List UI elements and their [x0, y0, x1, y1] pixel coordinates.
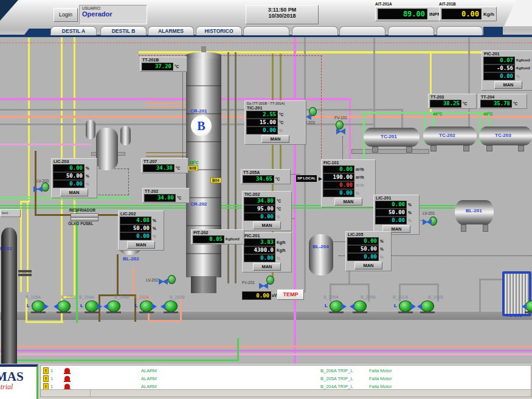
led-pv: 3.83 — [244, 238, 275, 246]
pump-b205a[interactable] — [330, 300, 343, 312]
pump-b204b[interactable] — [107, 300, 120, 312]
clock-date: 10/30/2018 — [246, 13, 318, 19]
reflux-drum[interactable] — [96, 128, 118, 170]
valve-fv201[interactable] — [259, 283, 268, 289]
man-button[interactable]: MAN — [261, 135, 289, 143]
ait201b-tag: AIT-201B — [439, 2, 497, 6]
pump-b105b[interactable] — [57, 300, 71, 312]
vessel-bl202-tag: BL-202 — [123, 256, 139, 262]
vessel-bl204[interactable] — [309, 234, 333, 276]
usuario-value: Operador — [82, 10, 144, 18]
panel-fic201: FIC-201 3.83Kg/h 4300.0Kg/h 0.00% MAN — [242, 232, 292, 272]
scada-screen: Login USUARIO: Operador 3:11:50 PM 10/30… — [0, 0, 532, 399]
pump-mode-flag: L — [27, 303, 30, 308]
pump-b201b[interactable] — [421, 300, 434, 312]
tab-historico[interactable]: HISTORICO — [196, 26, 242, 35]
oleo-fusel-label: ÓLEO FUSEL — [68, 221, 94, 226]
ait201b-unit: Kg/h — [483, 12, 494, 17]
alarm-desc: Falla Motor — [369, 376, 392, 381]
man-button[interactable]: MAN — [253, 263, 281, 271]
pump-tag: B_205B — [361, 295, 376, 299]
valve-lv202[interactable] — [159, 279, 168, 285]
panel-tt201b: TT-201B 37.20°C — [140, 57, 187, 72]
pump-b105a[interactable] — [32, 300, 45, 312]
panel-pic201: PIC-201 0.07Kgf/cm2 -0.56Kgf/cm2 0.00% M… — [482, 50, 532, 91]
led-out: 0.00 — [53, 180, 85, 188]
temp-note-40c: 40°C — [483, 112, 493, 116]
led-sp: 190.00 — [323, 173, 354, 181]
led-sp: 50.00 — [375, 209, 407, 217]
pump-tag: B_105B — [61, 295, 76, 299]
pump-tag: B_202B — [170, 295, 185, 299]
panel-pit202: PIT-202 0.05Kgf/cm2 — [191, 229, 244, 245]
led-sp: 15.00 — [246, 119, 278, 127]
pump-mode-flag: L — [325, 303, 328, 308]
led-pv: 34.80 — [144, 194, 176, 202]
heat-exchanger-bar — [71, 217, 98, 221]
login-button[interactable]: Login — [54, 8, 78, 22]
panel-tt205a: TT-205A 34.65°C — [241, 169, 291, 184]
company-logo: MAS ustrial — [0, 364, 38, 399]
clock-time: 3:11:50 PM — [246, 7, 318, 13]
panel-lic201: LIC-201 0.00% 50.00% 0.00% MAN — [373, 195, 420, 235]
instrument-tag: LIC-202 — [120, 212, 162, 216]
man-button[interactable]: MAN — [60, 189, 88, 196]
pump-b202a[interactable] — [140, 300, 153, 312]
valve-lv202-tag: LV-202 — [146, 278, 158, 282]
led-out: 0.00 — [120, 232, 151, 240]
led-sp: 50.00 — [53, 172, 85, 180]
led-out: 0.00 — [483, 72, 515, 80]
instrument-tag: TT-207 — [143, 159, 187, 164]
instrument-tag: TT-201B — [142, 58, 185, 62]
column-tag-cr201: CR-201 — [190, 108, 207, 114]
tab-alarmes[interactable]: ALARMES — [148, 26, 194, 35]
pump-tag: B_201B — [428, 295, 443, 299]
pump-b204a[interactable] — [85, 300, 98, 312]
pump-b205b[interactable] — [353, 300, 367, 312]
tab-destil-a[interactable]: DESTIL A — [50, 26, 97, 35]
led-pv: 34.80 — [244, 197, 275, 205]
pump-tag: B_205A — [323, 295, 339, 299]
man-button[interactable]: MAN — [127, 241, 155, 249]
pump-mode-flag: L — [394, 303, 397, 308]
tab-blank[interactable] — [339, 26, 385, 35]
pump-b201a[interactable] — [399, 300, 412, 312]
valve-actuator-icon — [168, 275, 176, 284]
led-pv: 0.05 — [193, 235, 224, 243]
pump-b202b[interactable] — [164, 300, 178, 312]
instrument-tag: TT-205A — [243, 170, 289, 175]
bottom-strip: MAS ustrial 1 ALARM B_206A TRIP_L Falla … — [0, 364, 532, 399]
sp-local-tag: SP LOCAL — [296, 175, 317, 182]
instrument-tag: TIC-201 — [247, 106, 305, 110]
alarm-row[interactable]: 1 ALARM B_205A TRIP_L Falla Motor — [41, 375, 531, 383]
valve-fv201-tag: FV-201 — [242, 280, 255, 285]
panel-tic202: TIC-202 34.80°C 95.00°C 0.00% MAN — [242, 191, 292, 231]
tab-blank[interactable] — [292, 26, 338, 35]
man-button[interactable]: MAN — [494, 81, 522, 89]
tab-blank[interactable] — [243, 26, 289, 35]
tray-tag-b08: B08 — [187, 165, 198, 171]
valve-lv203[interactable] — [33, 186, 43, 192]
tab-destil-b[interactable]: DESTIL B — [100, 26, 147, 35]
valve-fv101-tag: FV-101 — [334, 116, 347, 120]
warning-icon — [43, 375, 49, 382]
temp-button[interactable]: TEMP — [277, 290, 304, 300]
man-button[interactable]: MAN — [253, 221, 281, 229]
vessel-bl204-tag: BL-204 — [313, 244, 329, 249]
instrument-tag: FIC-101 — [323, 161, 374, 165]
led-sp: 50.00 — [347, 245, 379, 253]
alarm-row[interactable]: 1 ALARM B_206A TRIP_L Falla Motor — [41, 367, 531, 375]
man-button[interactable]: MAN — [334, 198, 362, 206]
flange — [18, 270, 32, 272]
led-out: 0.00 — [244, 254, 275, 262]
ait201a-value: 89.00 — [378, 9, 427, 19]
tab-decoration-right — [483, 27, 503, 35]
tab-blank[interactable] — [437, 26, 483, 35]
tab-blank[interactable] — [388, 26, 434, 35]
man-button[interactable]: MAN — [354, 262, 382, 269]
valve-lv201[interactable] — [423, 219, 432, 225]
panel-tt203: TT-203 38.25°C — [428, 94, 477, 109]
vessel-bl201-tag: BL-201 — [466, 208, 482, 213]
led-pv: 38.25 — [430, 100, 461, 108]
led-sp: 4300.0 — [244, 246, 275, 254]
